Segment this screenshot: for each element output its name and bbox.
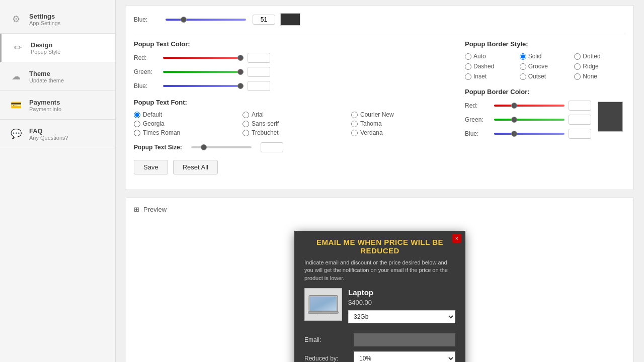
text-color-green-value[interactable]: 255 — [248, 67, 270, 77]
sidebar-item-design[interactable]: ✏ Design Popup Style — [0, 34, 115, 62]
modal-title: EMAIL ME WHEN PRICE WILL BE REDUCED — [294, 231, 465, 259]
font-default-radio[interactable] — [134, 112, 140, 118]
border-auto-radio[interactable] — [465, 53, 471, 60]
font-georgia-label: Georgia — [143, 120, 165, 127]
border-groove-radio[interactable] — [520, 63, 526, 70]
font-times-option[interactable]: Times Roman — [134, 129, 237, 136]
border-dotted-option[interactable]: Dotted — [574, 53, 626, 60]
border-groove-label: Groove — [528, 63, 548, 70]
top-blue-slider[interactable] — [166, 19, 246, 21]
top-color-preview — [280, 13, 300, 26]
top-blue-value[interactable]: 51 — [253, 15, 275, 25]
sidebar-settings-sub: App Settings — [29, 20, 60, 26]
font-verdana-label: Verdana — [360, 129, 383, 136]
reduced-row: Reduced by: 10% — [304, 351, 455, 362]
sidebar-payments-title: Payments — [29, 99, 61, 106]
text-size-value[interactable]: 13px — [261, 142, 283, 152]
reset-button[interactable]: Reset All — [173, 160, 218, 174]
font-trebuchet-radio[interactable] — [243, 130, 249, 136]
font-courier-option[interactable]: Courier New — [351, 111, 455, 118]
font-georgia-option[interactable]: Georgia — [134, 120, 237, 127]
border-groove-option[interactable]: Groove — [520, 63, 572, 70]
popup-border-color-section: Popup Border Color: Red: 68 Green: — [465, 88, 626, 143]
sidebar-item-faq[interactable]: 💬 FAQ Any Questions? — [0, 120, 115, 148]
border-inset-option[interactable]: Inset — [465, 73, 517, 80]
border-auto-option[interactable]: Auto — [465, 53, 517, 60]
border-blue-label: Blue: — [465, 130, 490, 137]
sidebar-payments-sub: Payment info — [29, 106, 61, 112]
border-outset-option[interactable]: Outset — [520, 73, 572, 80]
popup-text-font-label: Popup Text Font: — [134, 99, 455, 106]
modal-overlay: × EMAIL ME WHEN PRICE WILL BE REDUCED In… — [134, 221, 626, 362]
font-trebuchet-option[interactable]: Trebuchet — [243, 129, 346, 136]
font-options-grid: Default Arial Courier New Georgia — [134, 111, 455, 136]
border-green-slider[interactable] — [494, 119, 565, 121]
border-ridge-radio[interactable] — [574, 63, 581, 70]
email-input[interactable] — [354, 333, 455, 346]
text-color-blue-slider[interactable] — [163, 85, 244, 87]
modal-product-row: Laptop $400.00 32Gb — [294, 288, 465, 329]
border-green-value[interactable]: 68 — [569, 115, 591, 125]
text-color-red-value[interactable]: 255 — [248, 53, 270, 63]
font-arial-radio[interactable] — [243, 112, 249, 118]
border-inset-radio[interactable] — [465, 73, 471, 80]
font-default-option[interactable]: Default — [134, 111, 237, 118]
sidebar-item-settings[interactable]: ⚙ Settings App Settings — [0, 5, 115, 34]
border-dashed-radio[interactable] — [465, 63, 471, 70]
border-ridge-option[interactable]: Ridge — [574, 63, 626, 70]
border-red-value[interactable]: 68 — [569, 101, 591, 111]
font-sansserif-radio[interactable] — [243, 121, 249, 127]
border-outset-label: Outset — [528, 73, 546, 80]
border-blue-slider[interactable] — [494, 133, 565, 135]
email-label: Email: — [304, 336, 350, 343]
text-size-slider[interactable] — [191, 146, 252, 148]
svg-rect-2 — [310, 297, 337, 311]
sidebar-theme-title: Theme — [29, 70, 64, 77]
svg-rect-4 — [317, 313, 329, 314]
border-green-label: Green: — [465, 116, 490, 123]
settings-columns: Popup Text Color: Red: 255 Green: 255 Bl… — [134, 40, 626, 152]
border-red-label: Red: — [465, 102, 490, 109]
sidebar-item-theme[interactable]: ☁ Theme Update theme — [0, 62, 115, 91]
font-verdana-radio[interactable] — [351, 130, 358, 136]
border-dashed-option[interactable]: Dashed — [465, 63, 517, 70]
border-solid-option[interactable]: Solid — [520, 53, 572, 60]
reduced-select[interactable]: 10% — [354, 351, 455, 362]
settings-icon: ⚙ — [8, 11, 24, 27]
save-button[interactable]: Save — [134, 160, 168, 174]
text-color-blue-label: Blue: — [134, 82, 159, 89]
font-default-label: Default — [143, 111, 162, 118]
text-color-red-slider[interactable] — [163, 57, 244, 59]
action-buttons: Save Reset All — [134, 160, 626, 174]
font-arial-label: Arial — [252, 111, 264, 118]
border-outset-radio[interactable] — [520, 73, 526, 80]
product-info: Laptop $400.00 32Gb — [348, 288, 455, 323]
text-color-green-slider[interactable] — [163, 71, 244, 73]
sidebar-item-payments[interactable]: 💳 Payments Payment info — [0, 91, 115, 120]
modal-close-button[interactable]: × — [452, 234, 461, 243]
popup-text-color-label: Popup Text Color: — [134, 40, 455, 48]
text-color-blue-value[interactable]: 255 — [248, 81, 270, 91]
border-dotted-radio[interactable] — [574, 53, 581, 60]
product-variant-select[interactable]: 32Gb — [348, 310, 455, 323]
border-blue-value[interactable]: 68 — [569, 129, 591, 139]
font-sansserif-option[interactable]: Sans-serif — [243, 120, 346, 127]
font-tahoma-radio[interactable] — [351, 121, 358, 127]
font-tahoma-option[interactable]: Tahoma — [351, 120, 455, 127]
product-name: Laptop — [348, 288, 455, 297]
theme-icon: ☁ — [8, 68, 24, 84]
border-solid-radio[interactable] — [520, 53, 526, 60]
font-courier-radio[interactable] — [351, 112, 358, 118]
font-times-radio[interactable] — [134, 130, 140, 136]
font-arial-option[interactable]: Arial — [243, 111, 346, 118]
preview-label: Preview — [143, 206, 167, 213]
main-content: Blue: 51 Popup Text Color: Red: 255 — [116, 0, 644, 362]
border-none-radio[interactable] — [574, 73, 581, 80]
email-row: Email: — [304, 333, 455, 346]
border-red-slider[interactable] — [494, 105, 565, 107]
font-georgia-radio[interactable] — [134, 121, 140, 127]
font-verdana-option[interactable]: Verdana — [351, 129, 455, 136]
border-none-option[interactable]: None — [574, 73, 626, 80]
font-courier-label: Courier New — [360, 111, 394, 118]
preview-header: ⊞ Preview — [134, 206, 626, 213]
